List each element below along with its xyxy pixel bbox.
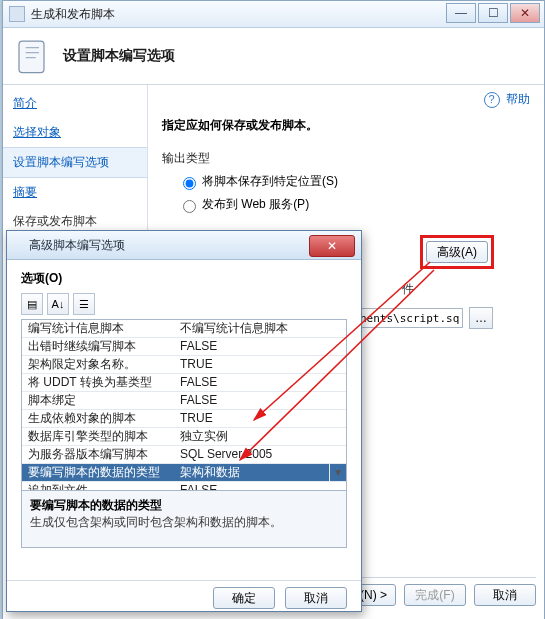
prop-row[interactable]: 脚本绑定FALSE (22, 392, 346, 410)
radio-web[interactable] (183, 200, 196, 213)
prop-row[interactable]: 出错时继续编写脚本FALSE (22, 338, 346, 356)
propgrid-toolbar: ▤ A↓ ☰ (21, 293, 347, 315)
radio-save-row[interactable]: 将脚本保存到特定位置(S) (178, 173, 530, 190)
radio-save-label: 将脚本保存到特定位置(S) (202, 173, 338, 190)
prop-name: 脚本绑定 (22, 392, 174, 409)
nav-intro[interactable]: 简介 (3, 89, 147, 118)
prop-name: 出错时继续编写脚本 (22, 338, 174, 355)
prop-value[interactable]: TRUE (174, 356, 346, 373)
chevron-down-icon[interactable]: ▾ (329, 464, 346, 481)
prop-name: 将 UDDT 转换为基类型 (22, 374, 174, 391)
dialog-cancel-button[interactable]: 取消 (285, 587, 347, 609)
prop-row[interactable]: 要编写脚本的数据的类型架构和数据▾ (22, 464, 346, 482)
prop-row[interactable]: 追加到文件FALSE (22, 482, 346, 491)
prop-name: 数据库引擎类型的脚本 (22, 428, 174, 445)
dialog-ok-button[interactable]: 确定 (213, 587, 275, 609)
prop-name: 架构限定对象名称。 (22, 356, 174, 373)
output-type-label: 输出类型 (162, 150, 530, 167)
prop-row[interactable]: 将 UDDT 转换为基类型FALSE (22, 374, 346, 392)
browse-button[interactable]: … (469, 307, 493, 329)
help-link[interactable]: ? 帮助 (484, 91, 530, 108)
description-text: 生成仅包含架构或同时包含架构和数据的脚本。 (30, 514, 338, 531)
prop-value[interactable]: FALSE (174, 374, 346, 391)
window-controls: — ☐ ✕ (444, 3, 540, 23)
instruction-text: 指定应如何保存或发布脚本。 (162, 117, 530, 134)
header-panel: 设置脚本编写选项 (3, 28, 544, 85)
app-icon (9, 6, 25, 22)
prop-value[interactable]: FALSE (174, 338, 346, 355)
finish-button: 完成(F) (404, 584, 466, 606)
page-title: 设置脚本编写选项 (63, 47, 175, 65)
titlebar: 生成和发布脚本 — ☐ ✕ (3, 1, 544, 28)
property-grid[interactable]: 编写统计信息脚本不编写统计信息脚本出错时继续编写脚本FALSE架构限定对象名称。… (21, 319, 347, 491)
file-path-row: … (357, 307, 493, 329)
prop-value[interactable]: FALSE (174, 482, 346, 491)
categorized-button[interactable]: ▤ (21, 293, 43, 315)
advanced-options-dialog: 高级脚本编写选项 ✕ 选项(O) ▤ A↓ ☰ 编写统计信息脚本不编写统计信息脚… (6, 230, 362, 612)
dialog-close-button[interactable]: ✕ (309, 235, 355, 257)
close-icon: ✕ (327, 239, 337, 253)
prop-name: 要编写脚本的数据的类型 (22, 464, 174, 481)
dialog-title: 高级脚本编写选项 (29, 237, 125, 254)
prop-value[interactable]: SQL Server 2005 (174, 446, 346, 463)
prop-row[interactable]: 编写统计信息脚本不编写统计信息脚本 (22, 320, 346, 338)
description-title: 要编写脚本的数据的类型 (30, 497, 338, 514)
nav-select-objects[interactable]: 选择对象 (3, 118, 147, 147)
prop-value[interactable]: TRUE (174, 410, 346, 427)
dialog-titlebar: 高级脚本编写选项 ✕ (7, 231, 361, 260)
cancel-button[interactable]: 取消 (474, 584, 536, 606)
prop-name: 编写统计信息脚本 (22, 320, 174, 337)
prop-name: 追加到文件 (22, 482, 174, 491)
minimize-button[interactable]: — (446, 3, 476, 23)
help-icon: ? (484, 92, 500, 108)
file-hint-label: 件 (402, 281, 414, 298)
prop-name: 为服务器版本编写脚本 (22, 446, 174, 463)
alphabetical-button[interactable]: A↓ (47, 293, 69, 315)
nav-set-options[interactable]: 设置脚本编写选项 (3, 147, 147, 178)
radio-save[interactable] (183, 177, 196, 190)
prop-icon: ☰ (79, 298, 89, 311)
options-label: 选项(O) (21, 270, 347, 287)
prop-value[interactable]: 独立实例 (174, 428, 346, 445)
ellipsis-icon: … (475, 311, 487, 325)
prop-name: 生成依赖对象的脚本 (22, 410, 174, 427)
advanced-button-highlight: 高级(A) (420, 235, 494, 269)
property-pages-button[interactable]: ☰ (73, 293, 95, 315)
script-scroll-icon (17, 36, 51, 76)
prop-value[interactable]: 不编写统计信息脚本 (174, 320, 346, 337)
radio-web-label: 发布到 Web 服务(P) (202, 196, 309, 213)
description-panel: 要编写脚本的数据的类型 生成仅包含架构或同时包含架构和数据的脚本。 (21, 491, 347, 548)
dialog-icon (13, 239, 25, 251)
close-button[interactable]: ✕ (510, 3, 540, 23)
dialog-body: 选项(O) ▤ A↓ ☰ 编写统计信息脚本不编写统计信息脚本出错时继续编写脚本F… (7, 260, 361, 580)
help-label: 帮助 (506, 92, 530, 106)
file-path-input[interactable] (357, 308, 463, 328)
prop-value[interactable]: 架构和数据 (174, 464, 329, 481)
maximize-button[interactable]: ☐ (478, 3, 508, 23)
prop-row[interactable]: 为服务器版本编写脚本SQL Server 2005 (22, 446, 346, 464)
dialog-footer: 确定 取消 (7, 580, 361, 615)
prop-value[interactable]: FALSE (174, 392, 346, 409)
nav-summary[interactable]: 摘要 (3, 178, 147, 207)
window-title: 生成和发布脚本 (31, 6, 115, 23)
categorized-icon: ▤ (27, 298, 37, 311)
sort-icon: A↓ (52, 298, 65, 310)
radio-web-row[interactable]: 发布到 Web 服务(P) (178, 196, 530, 213)
prop-row[interactable]: 生成依赖对象的脚本TRUE (22, 410, 346, 428)
advanced-button[interactable]: 高级(A) (426, 241, 488, 263)
prop-row[interactable]: 数据库引擎类型的脚本独立实例 (22, 428, 346, 446)
prop-row[interactable]: 架构限定对象名称。TRUE (22, 356, 346, 374)
